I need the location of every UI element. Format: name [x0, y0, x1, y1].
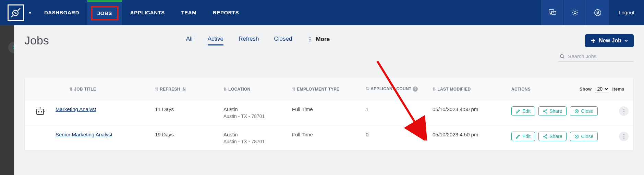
- share-button[interactable]: Share: [538, 106, 567, 116]
- svg-point-19: [544, 110, 545, 111]
- svg-point-14: [41, 111, 42, 112]
- new-job-label: New Job: [599, 38, 621, 44]
- page-title: Jobs: [24, 34, 49, 47]
- search-jobs[interactable]: [558, 52, 634, 62]
- search-row: [24, 52, 634, 62]
- svg-rect-12: [37, 109, 44, 115]
- close-circle-icon: [574, 109, 579, 113]
- svg-line-3: [14, 12, 16, 14]
- job-title-link[interactable]: Senior Marketing Analyst: [56, 132, 112, 137]
- page-body: Jobs All Active Refresh Closed More New …: [0, 25, 644, 175]
- cell-applicant-count: 1: [366, 106, 433, 112]
- page-header-row: Jobs All Active Refresh Closed More New …: [24, 34, 634, 47]
- side-rail: [0, 25, 14, 175]
- nav-jobs-label: JOBS: [91, 6, 119, 21]
- nav-dashboard[interactable]: DASHBOARD: [36, 0, 87, 25]
- share-button[interactable]: Share: [538, 132, 567, 141]
- logout-link[interactable]: Logout: [609, 0, 644, 25]
- nav-left: ▾ DASHBOARD JOBS APPLICANTS TEAM REPORTS: [0, 0, 247, 25]
- share-icon: [543, 109, 547, 113]
- chevron-down-icon: [624, 39, 628, 43]
- job-title-link[interactable]: Marketing Analyst: [56, 106, 96, 112]
- svg-line-23: [545, 111, 546, 112]
- col-last-modified[interactable]: ⇅LAST MODIFIED: [433, 87, 510, 92]
- close-button[interactable]: Close: [570, 106, 598, 116]
- nav-right: Logout: [541, 0, 644, 25]
- svg-point-27: [546, 137, 547, 138]
- col-job-title[interactable]: ⇅JOB TITLE: [56, 87, 155, 92]
- cell-refresh-in: 19 Days: [155, 132, 223, 137]
- cell-location: AustinAustin - TX - 78701: [223, 106, 292, 119]
- jobs-table: ⇅JOB TITLE ⇅REFRESH IN ⇅LOCATION ⇅EMPLOY…: [24, 78, 634, 151]
- close-button[interactable]: Close: [570, 132, 598, 141]
- tab-all[interactable]: All: [186, 36, 193, 45]
- col-employment-type[interactable]: ⇅EMPLOYMENT TYPE: [292, 87, 366, 92]
- svg-line-22: [545, 110, 546, 111]
- row-actions: Edit Share Close: [511, 132, 614, 141]
- nav-team[interactable]: TEAM: [173, 0, 205, 25]
- messages-button[interactable]: [541, 0, 564, 25]
- settings-button[interactable]: [564, 0, 586, 25]
- svg-line-1: [18, 8, 20, 11]
- cell-last-modified: 05/10/2023 4:50 pm: [433, 106, 510, 112]
- account-button[interactable]: [586, 0, 609, 25]
- svg-point-9: [560, 54, 563, 57]
- bot-icon: [35, 107, 45, 115]
- pager-show-label: Show: [580, 86, 592, 92]
- plus-icon: [591, 38, 596, 43]
- row-actions: Edit Share Close: [511, 106, 614, 116]
- svg-line-29: [545, 137, 546, 138]
- gear-icon: [571, 9, 579, 16]
- tab-active[interactable]: Active: [208, 36, 223, 45]
- pencil-icon: [516, 109, 520, 113]
- cell-applicant-count: 0: [366, 132, 433, 137]
- tab-closed[interactable]: Closed: [274, 36, 292, 45]
- svg-point-13: [38, 111, 39, 112]
- table-header: ⇅JOB TITLE ⇅REFRESH IN ⇅LOCATION ⇅EMPLOY…: [25, 78, 633, 100]
- svg-point-21: [546, 112, 547, 113]
- col-location[interactable]: ⇅LOCATION: [223, 87, 292, 92]
- svg-point-25: [544, 136, 545, 137]
- col-refresh-in[interactable]: ⇅REFRESH IN: [155, 87, 223, 92]
- share-icon: [543, 134, 547, 139]
- cell-last-modified: 05/10/2023 4:50 pm: [433, 132, 510, 137]
- svg-point-8: [597, 11, 599, 12]
- col-applicant-count[interactable]: ⇅APPLICANT COUNT?: [366, 86, 433, 92]
- row-menu-button[interactable]: ⋮: [619, 106, 629, 116]
- cell-employment-type: Full Time: [292, 132, 366, 137]
- job-filter-tabs: All Active Refresh Closed More: [186, 36, 330, 45]
- close-circle-icon: [574, 134, 579, 139]
- brand-logo: [8, 4, 24, 21]
- table-row: Senior Marketing Analyst 19 Days AustinA…: [25, 125, 633, 151]
- table-pager: Show 20 Items: [580, 85, 633, 93]
- new-job-button[interactable]: New Job: [585, 34, 634, 47]
- svg-point-16: [40, 107, 41, 108]
- svg-point-6: [574, 12, 576, 14]
- plug-icon: [11, 8, 21, 18]
- content-area: Jobs All Active Refresh Closed More New …: [14, 25, 644, 175]
- tab-refresh[interactable]: Refresh: [239, 36, 259, 45]
- edit-button[interactable]: Edit: [511, 132, 535, 141]
- svg-line-10: [563, 57, 564, 58]
- brand-switcher[interactable]: ▾: [0, 0, 36, 25]
- nav-jobs[interactable]: JOBS: [87, 0, 122, 25]
- edit-button[interactable]: Edit: [511, 106, 535, 116]
- row-menu-button[interactable]: ⋮: [619, 132, 629, 141]
- cell-refresh-in: 11 Days: [155, 106, 223, 112]
- nav-applicants[interactable]: APPLICANTS: [122, 0, 173, 25]
- chat-icon: [549, 9, 556, 16]
- help-icon[interactable]: ?: [413, 86, 418, 92]
- svg-point-20: [546, 109, 547, 110]
- svg-line-28: [545, 135, 546, 136]
- cell-employment-type: Full Time: [292, 106, 366, 112]
- tab-more[interactable]: More: [307, 36, 330, 45]
- cell-location: AustinAustin - TX - 78701: [223, 132, 292, 144]
- pager-items-label: Items: [612, 86, 624, 92]
- nav-reports[interactable]: REPORTS: [205, 0, 247, 25]
- search-icon: [560, 54, 564, 59]
- pager-size-select[interactable]: 20: [595, 85, 609, 93]
- table-row: Marketing Analyst 11 Days AustinAustin -…: [25, 100, 633, 125]
- top-navbar: ▾ DASHBOARD JOBS APPLICANTS TEAM REPORTS: [0, 0, 644, 25]
- svg-line-2: [11, 15, 13, 17]
- search-input[interactable]: [568, 53, 632, 59]
